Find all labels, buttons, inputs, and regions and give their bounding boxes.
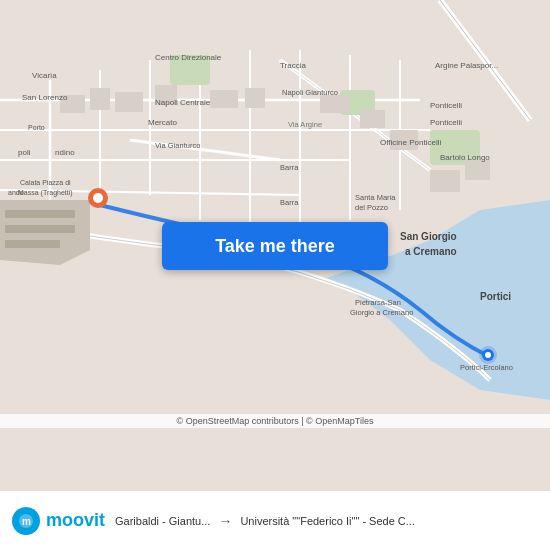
svg-rect-31 bbox=[210, 90, 238, 108]
svg-text:Argine Palaspor...: Argine Palaspor... bbox=[435, 61, 498, 70]
svg-text:Napoli Centrale: Napoli Centrale bbox=[155, 98, 211, 107]
svg-text:Via Gianturco: Via Gianturco bbox=[155, 141, 200, 150]
moovit-logo: m moovit bbox=[12, 507, 105, 535]
svg-rect-34 bbox=[360, 110, 385, 128]
moovit-text: moovit bbox=[46, 510, 105, 531]
svg-rect-25 bbox=[5, 225, 75, 233]
take-me-there-button[interactable]: Take me there bbox=[162, 222, 388, 270]
map-attribution: © OpenStreetMap contributors | © OpenMap… bbox=[0, 414, 550, 428]
svg-text:ndino: ndino bbox=[55, 148, 75, 157]
svg-rect-32 bbox=[245, 88, 265, 108]
svg-text:Bartolo Longo: Bartolo Longo bbox=[440, 153, 490, 162]
svg-text:Porto: Porto bbox=[28, 124, 45, 131]
svg-text:Via Argine: Via Argine bbox=[288, 120, 322, 129]
svg-rect-33 bbox=[320, 95, 350, 113]
svg-rect-36 bbox=[430, 170, 460, 192]
svg-rect-24 bbox=[5, 210, 75, 218]
svg-text:Barra: Barra bbox=[280, 163, 299, 172]
destination-marker bbox=[479, 346, 497, 364]
svg-text:Napoli Gianturco: Napoli Gianturco bbox=[282, 88, 338, 97]
svg-text:Centro Direzionale: Centro Direzionale bbox=[155, 53, 222, 62]
svg-text:ando: ando bbox=[8, 189, 24, 196]
svg-text:Mercato: Mercato bbox=[148, 118, 177, 127]
svg-text:del Pozzo: del Pozzo bbox=[355, 203, 388, 212]
moovit-icon: m bbox=[12, 507, 40, 535]
svg-text:San Giorgio: San Giorgio bbox=[400, 231, 457, 242]
svg-text:Santa Maria: Santa Maria bbox=[355, 193, 396, 202]
svg-text:a Cremano: a Cremano bbox=[405, 246, 457, 257]
svg-text:poli: poli bbox=[18, 148, 31, 157]
svg-text:Traccia: Traccia bbox=[280, 61, 306, 70]
svg-text:m: m bbox=[22, 516, 31, 527]
svg-text:Ponticelli: Ponticelli bbox=[430, 101, 462, 110]
svg-rect-37 bbox=[465, 160, 490, 180]
map-container: Vicarìa San Lorenzo Porto Napoli Central… bbox=[0, 0, 550, 490]
svg-text:Barra: Barra bbox=[280, 198, 299, 207]
destination-label: Università ""Federico Ii"" - Sede C... bbox=[240, 515, 415, 527]
route-arrow-icon: → bbox=[218, 513, 232, 529]
svg-rect-29 bbox=[115, 92, 143, 112]
svg-rect-26 bbox=[5, 240, 60, 248]
svg-text:Giorgio a Cremano: Giorgio a Cremano bbox=[350, 308, 413, 317]
svg-text:Portici: Portici bbox=[480, 291, 511, 302]
svg-text:Pietrarsa-San: Pietrarsa-San bbox=[355, 298, 401, 307]
svg-point-75 bbox=[485, 352, 491, 358]
origin-marker bbox=[88, 188, 108, 208]
origin-label: Garibaldi - Giantu... bbox=[115, 515, 210, 527]
svg-text:Officine Ponticelli: Officine Ponticelli bbox=[380, 138, 441, 147]
svg-text:San Lorenzo: San Lorenzo bbox=[22, 93, 68, 102]
svg-point-71 bbox=[93, 193, 103, 203]
svg-text:Portici-Ercolano: Portici-Ercolano bbox=[460, 363, 513, 372]
svg-text:Ponticelli: Ponticelli bbox=[430, 118, 462, 127]
route-info: Garibaldi - Giantu... → Università ""Fed… bbox=[115, 513, 528, 529]
svg-text:Massa (Traghetti): Massa (Traghetti) bbox=[18, 189, 73, 197]
svg-rect-28 bbox=[90, 88, 110, 110]
svg-text:Vicarìa: Vicarìa bbox=[32, 71, 57, 80]
bottom-bar: m moovit Garibaldi - Giantu... → Univers… bbox=[0, 490, 550, 550]
svg-text:Calata Piazza di: Calata Piazza di bbox=[20, 179, 71, 186]
